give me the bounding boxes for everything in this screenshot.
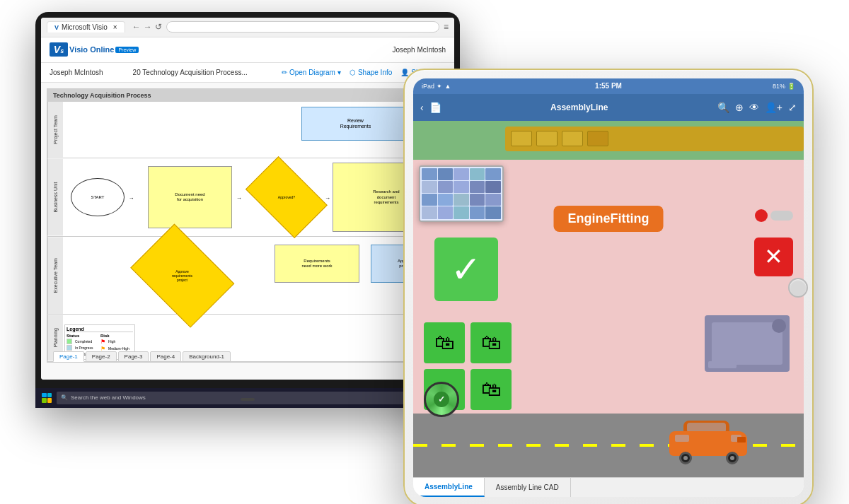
machinery-base [708,361,737,368]
bag-icon-2: 🛍 [481,331,501,354]
dropdown-icon: ▾ [337,69,341,76]
visio-logo-container: Vs Visio Online Preview [50,42,139,57]
car-taillight [737,437,746,443]
shape-info-button[interactable]: ⬡ Shape Info [350,69,392,76]
preview-badge: Preview [115,47,139,53]
thumb-cell [422,194,437,206]
machinery-wheel [772,319,786,333]
tab-assembly-line[interactable]: AssemblyLine [413,478,485,497]
thumb-cell [454,194,469,206]
req-more-work-shape: Requirementsneed more work [275,245,359,283]
ipad-layers-icon[interactable]: ⊕ [735,102,744,113]
swimlane-business: Business Unit START → Document [47,158,448,236]
forward-icon[interactable]: → [144,22,152,32]
ipad-eye-icon[interactable]: 👁 [749,102,759,113]
thumb-cell [470,206,485,218]
tab-page-1[interactable]: Page-1 [53,351,84,362]
back-icon[interactable]: ← [132,22,141,32]
ipad-status-bar: iPad ✦ ▲ 1:55 PM 81% 🔋 [413,78,804,94]
check-mark-icon: ✓ [451,251,482,288]
tab-close-icon[interactable]: × [113,23,117,31]
app-toolbar: Joseph McIntosh 20 Technology Acquisitio… [41,63,454,83]
diagram-area: Technology Acquisition Process Project T… [41,83,454,380]
visio-logo-box: Vs [50,42,68,57]
review-requirements-shape: ReviewRequirements [301,107,409,141]
thumb-cell [438,194,454,206]
ipad-device: iPad ✦ ▲ 1:55 PM 81% 🔋 ‹ 📄 AssemblyLine … [403,69,814,505]
browser-tab[interactable]: V Microsoft Visio × [47,21,125,33]
ipad-home-button[interactable] [788,278,808,298]
wifi-icon: ▲ [445,83,451,90]
approve-req-shape: Approverequirementsproject [130,223,233,327]
car [669,426,747,464]
ipad-toolbar-icons: 🔍 ⊕ 👁 👤+ ⤢ [717,102,797,113]
thumb-cell [454,168,469,180]
surface-logo [241,398,255,401]
tab-assembly-line-cad[interactable]: Assembly Line CAD [485,478,571,497]
x-area: ✕ [754,238,793,276]
toggle-area [755,209,793,222]
ipad-device-label: iPad ✦ [422,83,442,90]
conveyor-item-3 [562,131,583,146]
thumbnail-panel[interactable] [419,165,504,222]
thumb-cell [438,168,454,180]
bag-4: 🛍 [470,369,512,410]
browser-nav: ← → ↺ [132,22,162,32]
ipad-adduser-icon[interactable]: 👤+ [765,102,782,113]
wheel-hub-front [730,456,734,460]
car-wheel-front [726,452,739,464]
ipad-doc-icon[interactable]: 📄 [429,102,441,113]
ipad-search-icon[interactable]: 🔍 [717,102,729,113]
swimlane-content-project: ReviewRequirements [63,102,448,158]
toggle-track[interactable] [770,211,793,221]
arrow-2: → [236,195,242,201]
tab-background-1[interactable]: Background-1 [183,351,231,362]
refresh-icon[interactable]: ↺ [155,22,162,32]
ipad-back-button[interactable]: ‹ [420,102,424,113]
swimlane-project-team: Project Team ReviewRequirements [47,102,448,159]
x-mark-icon: ✕ [764,245,783,268]
document-need-shape: Document needfor acquisition [148,166,233,228]
battery-percentage: 81% [773,83,785,90]
pencil-icon: ✏ [282,69,287,76]
wheel-hub-back [683,456,688,460]
swimlane-content-executive: Approverequirementsproject Requirementsn… [63,237,448,314]
thumb-cell [422,168,437,180]
thumb-cell [485,206,501,218]
approved-diamond-container: Approved? [252,174,321,221]
machinery-shape [705,315,790,372]
visio-v-letter: Vs [54,44,64,55]
road-area: ✓ [413,414,804,477]
ipad-status-right: 81% 🔋 [622,83,795,90]
workspace-area: EngineFitting ✓ ✕ [413,160,804,414]
tab-favicon: V [54,24,59,31]
toolbar-diagram-title: 20 Technology Acquisition Process... [133,69,248,76]
ipad-app-title: AssemblyLine [447,102,712,112]
browser-menu-icon[interactable]: ≡ [444,22,449,32]
battery-icon: 🔋 [787,83,795,90]
tab-page-4[interactable]: Page-4 [150,351,181,362]
diagram-content: Technology Acquisition Process Project T… [47,88,449,363]
surface-tablet: V Microsoft Visio × ← → ↺ ≡ Vs [35,12,460,408]
toolbar-user: Joseph McIntosh [50,69,103,76]
tab-title: Microsoft Visio [62,23,108,31]
approve-req-container: Approverequirementsproject [140,245,225,307]
bag-icon-1: 🛍 [434,331,454,354]
swimlane-label-executive: Executive Team [47,237,63,314]
bag-icon-4: 🛍 [481,377,501,401]
swimlane-container: Project Team ReviewRequirements Business… [47,102,448,362]
conveyor-item-4 [587,131,608,146]
swimlane-label-project: Project Team [47,102,63,158]
arrow-3: → [325,195,330,201]
browser-address[interactable] [166,21,439,33]
tab-page-3[interactable]: Page-3 [118,351,149,362]
page-tabs: Page-1 Page-2 Page-3 Page-4 Background-1 [53,351,231,362]
tab-page-2[interactable]: Page-2 [86,351,117,362]
ipad-expand-icon[interactable]: ⤢ [788,102,797,113]
visio-text: Visio Online [69,45,114,54]
thumb-cell [470,181,485,193]
conveyor-item-1 [511,131,532,146]
arrow-1: → [128,195,134,201]
bag-2: 🛍 [470,322,512,363]
open-diagram-button[interactable]: ✏ Open Diagram ▾ [282,69,341,76]
